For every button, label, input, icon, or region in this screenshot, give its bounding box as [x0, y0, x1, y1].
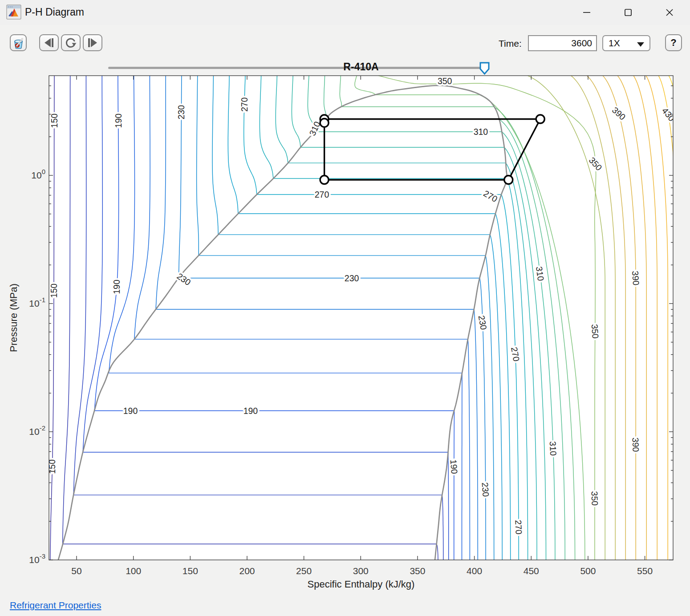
svg-text:250: 250	[296, 566, 312, 576]
x-axis-label: Specific Enthalpy (kJ/kg)	[308, 579, 415, 590]
ph-diagram-plot: 1501902302701501901503102302703503102702…	[0, 61, 690, 595]
isotherm-supercritical-460	[688, 76, 690, 560]
chevron-down-icon	[637, 42, 644, 47]
contour-label-310: 310	[534, 266, 546, 281]
svg-text:50: 50	[71, 566, 81, 576]
svg-text:100: 100	[126, 566, 141, 576]
isotherm-vapor-200	[462, 373, 463, 560]
cycle-state-marker	[320, 118, 329, 127]
maximize-icon	[623, 8, 633, 17]
contour-label-190: 190	[449, 459, 460, 474]
svg-text:550: 550	[637, 566, 653, 576]
svg-text:150: 150	[183, 566, 198, 576]
contour-label-390: 390	[631, 438, 641, 452]
isotherm-supercritical-450	[679, 76, 690, 560]
contour-label-270: 270	[513, 520, 524, 535]
step-forward-icon	[87, 37, 98, 48]
contour-label-190: 190	[112, 280, 122, 294]
svg-text:400: 400	[467, 566, 482, 576]
minimize-button[interactable]	[572, 0, 601, 25]
contour-label-390: 390	[630, 271, 641, 286]
contour-label-350: 350	[438, 76, 452, 86]
toolbar: Time: 3600 1X ?	[0, 25, 690, 61]
chart-title: R-410A	[343, 61, 378, 73]
help-button[interactable]: ?	[665, 34, 682, 51]
minimize-icon	[582, 8, 592, 17]
step-forward-button[interactable]	[83, 34, 102, 51]
svg-text:100: 100	[31, 168, 45, 180]
window-title: P-H Diagram	[25, 6, 84, 18]
contour-label-310: 310	[474, 127, 488, 137]
ph-diagram-canvas: 1501902302701501901503102302703503102702…	[0, 61, 690, 595]
contour-label-230: 230	[345, 273, 359, 283]
contour-label-190: 190	[123, 406, 138, 416]
svg-text:10-1: 10-1	[29, 296, 45, 308]
paint-beaker-icon	[12, 36, 25, 49]
contour-label-270: 270	[315, 190, 329, 199]
contour-label-310: 310	[548, 441, 559, 456]
refrigerant-paint-button[interactable]	[10, 34, 27, 51]
svg-text:300: 300	[353, 566, 369, 576]
matlab-app-icon	[6, 4, 21, 20]
contour-label-150: 150	[49, 113, 59, 128]
svg-text:500: 500	[580, 566, 596, 576]
speed-value: 1X	[609, 38, 620, 49]
svg-text:350: 350	[410, 566, 425, 576]
maximize-button[interactable]	[614, 0, 642, 25]
close-icon	[665, 8, 674, 17]
step-back-button[interactable]	[39, 34, 59, 51]
svg-text:200: 200	[239, 566, 255, 576]
contour-label-190: 190	[114, 113, 123, 128]
help-label: ?	[670, 37, 676, 49]
time-input[interactable]: 3600	[528, 35, 597, 51]
refrigerant-properties-link[interactable]: Refrigerant Properties	[10, 600, 101, 611]
plot-background	[49, 76, 673, 560]
contour-label-350: 350	[590, 324, 601, 339]
replay-icon	[65, 37, 77, 49]
svg-text:450: 450	[524, 566, 539, 576]
titlebar[interactable]: P-H Diagram	[0, 0, 690, 25]
contour-label-350: 350	[589, 491, 600, 506]
cycle-state-marker	[536, 115, 544, 123]
svg-text:10-3: 10-3	[29, 552, 45, 565]
svg-text:10-2: 10-2	[29, 424, 45, 437]
contour-label-190: 190	[244, 406, 258, 416]
contour-label-230: 230	[480, 482, 491, 497]
replay-button[interactable]	[61, 34, 81, 51]
ph-diagram-window: P-H Diagram	[0, 0, 690, 616]
contour-label-150: 150	[49, 284, 59, 298]
step-back-icon	[43, 37, 55, 48]
contour-label-230: 230	[176, 105, 186, 120]
speed-dropdown[interactable]: 1X	[602, 35, 650, 51]
contour-label-270: 270	[239, 97, 249, 112]
y-axis-label: Pressure (MPa)	[8, 284, 19, 352]
close-button[interactable]	[655, 0, 684, 25]
cycle-state-marker	[504, 176, 513, 184]
time-label: Time:	[499, 38, 522, 49]
cycle-state-marker	[320, 176, 329, 184]
